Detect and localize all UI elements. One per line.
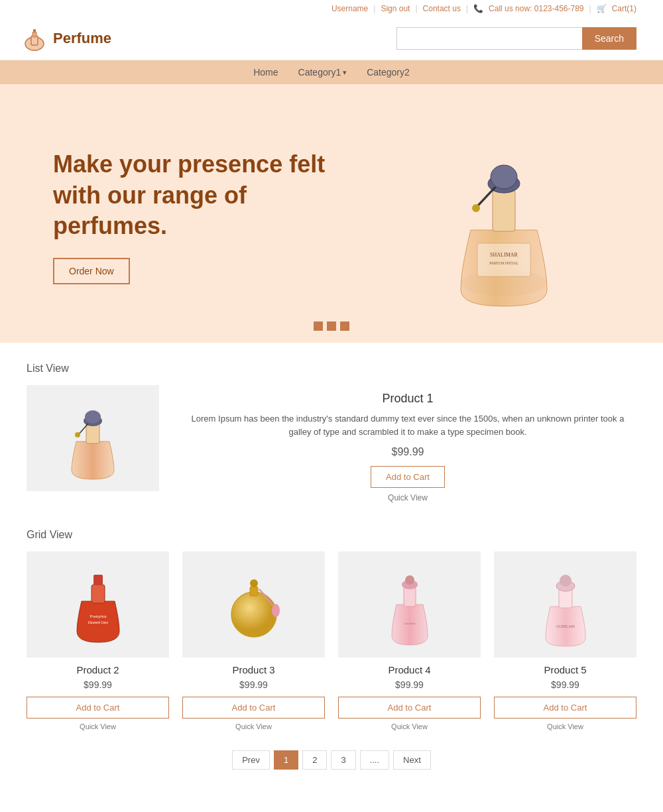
grid-product-image-3: [182, 551, 325, 658]
contact-link[interactable]: Contact us: [423, 4, 461, 13]
cart-link[interactable]: Cart(1): [612, 4, 636, 13]
nav-category2[interactable]: Category2: [367, 67, 410, 78]
list-view: Product 1 Lorem Ipsum has been the indus…: [27, 385, 636, 502]
grid-add-to-cart-button-3[interactable]: Add to Cart: [182, 697, 325, 719]
list-add-to-cart-button[interactable]: Add to Cart: [371, 466, 445, 488]
dot-1[interactable]: [314, 321, 323, 331]
grid-view: PrettyHot Elizabeth Duke Product 2 $99.9…: [27, 551, 636, 730]
list-product-name: Product 1: [179, 392, 636, 406]
main-nav: Home Category1 Category2: [0, 60, 663, 84]
list-product-price: $99.99: [179, 446, 636, 458]
username-link[interactable]: Username: [332, 4, 368, 13]
svg-point-7: [491, 165, 517, 189]
grid-product-image-5: GUERLAIN: [494, 551, 636, 658]
nav-home[interactable]: Home: [253, 67, 278, 78]
search-bar: Search: [396, 27, 636, 50]
header: Perfume Search: [0, 17, 663, 60]
svg-text:PARFUM INITIAL: PARFUM INITIAL: [489, 261, 518, 265]
hero-image: SHALIMAR PARFUM INITIAL: [398, 111, 610, 323]
svg-point-18: [75, 432, 80, 437]
svg-rect-21: [93, 575, 103, 585]
svg-text:PrettyHot: PrettyHot: [90, 614, 106, 618]
svg-text:Elizabeth Duke: Elizabeth Duke: [88, 621, 108, 624]
grid-product-price-4: $99.99: [338, 679, 481, 690]
pagination-prev[interactable]: Prev: [232, 750, 270, 770]
hero-text: Make your presence felt with our range o…: [53, 149, 332, 284]
svg-text:Guerlain: Guerlain: [404, 622, 416, 625]
list-quick-view-link[interactable]: Quick View: [179, 493, 636, 502]
svg-rect-20: [91, 585, 105, 603]
main-content: List View Product 1: [0, 343, 663, 812]
grid-product-name-2: Product 2: [27, 664, 169, 675]
grid-product-image-4: Guerlain: [338, 551, 481, 658]
grid-quick-view-link-5[interactable]: Quick View: [494, 723, 636, 730]
grid-quick-view-link-2[interactable]: Quick View: [27, 723, 169, 730]
hero-dots: [314, 321, 349, 331]
grid-product-price-5: $99.99: [494, 679, 636, 690]
list-product-description: Lorem Ipsum has been the industry's stan…: [179, 412, 636, 438]
search-input[interactable]: [396, 27, 582, 50]
hero-section: Make your presence felt with our range o…: [0, 84, 663, 343]
dot-2[interactable]: [327, 321, 336, 331]
grid-product-name-5: Product 5: [494, 664, 636, 675]
svg-point-32: [405, 575, 414, 585]
list-view-title: List View: [27, 363, 636, 375]
svg-rect-11: [477, 243, 530, 276]
logo-icon: [20, 24, 49, 53]
list-product-info: Product 1 Lorem Ipsum has been the indus…: [179, 385, 636, 502]
pagination-page-2[interactable]: 2: [302, 750, 327, 770]
dot-3[interactable]: [340, 321, 349, 331]
grid-product-price-3: $99.99: [182, 679, 325, 690]
svg-point-26: [250, 579, 258, 587]
list-product-image: [27, 385, 159, 491]
svg-point-29: [272, 604, 280, 617]
top-bar: Username | Sign out | Contact us | 📞 Cal…: [0, 0, 663, 17]
grid-quick-view-link-3[interactable]: Quick View: [182, 723, 325, 730]
svg-rect-14: [86, 424, 99, 443]
nav-category1[interactable]: Category1: [298, 67, 347, 78]
hero-bottle-image: SHALIMAR PARFUM INITIAL: [438, 111, 570, 323]
search-button[interactable]: Search: [582, 27, 636, 50]
svg-point-10: [472, 204, 480, 212]
grid-item-5: GUERLAIN Product 5 $99.99 Add to Cart Qu…: [494, 551, 636, 730]
grid-view-title: Grid View: [27, 529, 636, 541]
grid-item-3: Product 3 $99.99 Add to Cart Quick View: [182, 551, 325, 730]
svg-text:SHALIMAR: SHALIMAR: [490, 252, 518, 258]
phone-link[interactable]: Call us now: 0123-456-789: [489, 4, 583, 13]
grid-quick-view-link-4[interactable]: Quick View: [338, 723, 481, 730]
grid-product-name-3: Product 3: [182, 664, 325, 675]
grid-product-image-2: PrettyHot Elizabeth Duke: [27, 551, 169, 658]
logo[interactable]: Perfume: [20, 24, 111, 53]
svg-rect-30: [404, 587, 416, 607]
signout-link[interactable]: Sign out: [381, 4, 410, 13]
grid-add-to-cart-button-5[interactable]: Add to Cart: [494, 697, 636, 719]
grid-product-name-4: Product 4: [338, 664, 481, 675]
pagination-page-1[interactable]: 1: [274, 750, 298, 770]
grid-item-4: Guerlain Product 4 $99.99 Add to Cart Qu…: [338, 551, 481, 730]
svg-rect-2: [32, 32, 36, 37]
svg-rect-3: [33, 29, 36, 32]
grid-add-to-cart-button-4[interactable]: Add to Cart: [338, 697, 481, 719]
pagination-page-3[interactable]: 3: [331, 750, 355, 770]
cart-icon: 🛒: [597, 4, 607, 13]
phone-icon: 📞: [473, 4, 483, 13]
grid-product-price-2: $99.99: [27, 679, 169, 690]
grid-item-2: PrettyHot Elizabeth Duke Product 2 $99.9…: [27, 551, 169, 730]
svg-point-36: [560, 575, 572, 587]
logo-text: Perfume: [53, 30, 111, 47]
svg-text:GUERLAIN: GUERLAIN: [556, 624, 574, 628]
pagination-next[interactable]: Next: [393, 750, 431, 770]
order-now-button[interactable]: Order Now: [53, 258, 130, 284]
svg-rect-5: [493, 190, 515, 231]
pagination-ellipsis: ....: [360, 750, 389, 770]
grid-add-to-cart-button-2[interactable]: Add to Cart: [27, 697, 169, 719]
hero-headline: Make your presence felt with our range o…: [53, 149, 332, 242]
svg-point-24: [231, 592, 276, 637]
svg-rect-25: [250, 587, 258, 596]
pagination: Prev 1 2 3 .... Next: [27, 750, 636, 770]
svg-point-16: [85, 410, 101, 424]
